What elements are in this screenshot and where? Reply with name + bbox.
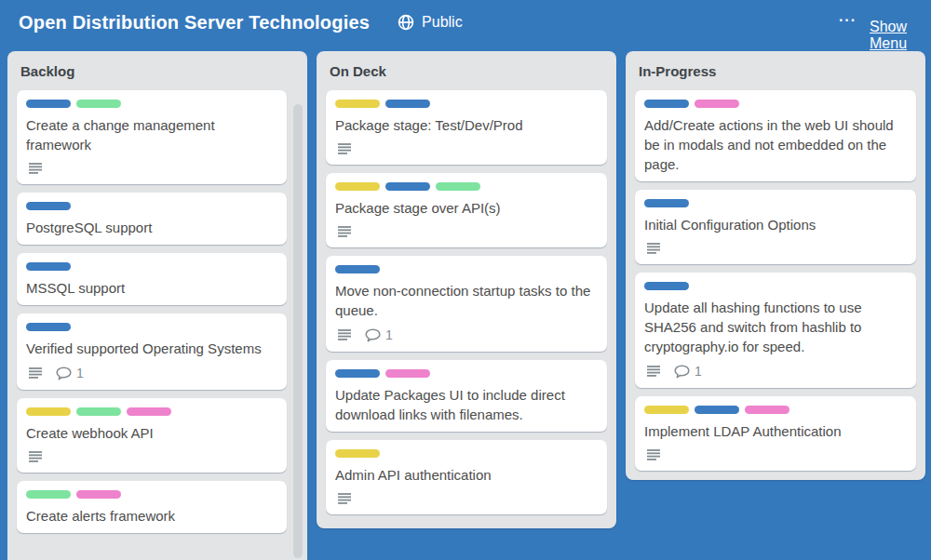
comment-count: 1 — [695, 364, 702, 379]
list-title-in-progress[interactable]: In-Progress — [639, 63, 716, 79]
card-label-pink — [127, 407, 171, 416]
card-title: Admin API authentication — [335, 465, 598, 485]
card-label-yellow — [335, 182, 380, 191]
card-labels — [26, 202, 277, 210]
card-label-pink — [695, 100, 739, 108]
card-label-blue — [385, 100, 430, 108]
card[interactable]: Admin API authentication — [326, 440, 607, 514]
card-labels — [26, 490, 277, 499]
comment-icon — [674, 365, 690, 379]
card-labels — [644, 100, 907, 108]
card[interactable]: Add/Create actions in the web UI should … — [635, 90, 916, 181]
card-badges — [646, 448, 907, 461]
card-labels — [644, 282, 907, 290]
list-title-backlog[interactable]: Backlog — [20, 63, 74, 79]
card-label-blue — [385, 182, 430, 191]
card-label-blue — [644, 199, 689, 207]
card[interactable]: PostgreSQL support — [17, 193, 287, 245]
description-icon — [337, 142, 352, 155]
card-label-blue — [335, 265, 380, 273]
card-label-green — [436, 182, 480, 191]
card-badges: 1 — [646, 364, 907, 379]
card[interactable]: Create alerts framework — [17, 481, 287, 533]
card[interactable]: Package stage over API(s) — [326, 173, 607, 247]
card-container-on-deck: Package stage: Test/Dev/Prod Package sta… — [317, 88, 616, 532]
description-icon — [646, 365, 661, 378]
card-badges — [337, 142, 598, 155]
board-visibility-label: Public — [422, 14, 463, 31]
card-label-pink — [385, 369, 430, 378]
card-label-blue — [644, 282, 689, 290]
card-title: Package stage: Test/Dev/Prod — [335, 115, 598, 135]
card[interactable]: Create webhook API — [17, 398, 287, 473]
card-badges — [28, 450, 277, 463]
list-in-progress: In-Progress Add/Create actions in the we… — [626, 51, 925, 480]
card-title: Create a change management framework — [26, 115, 277, 154]
card[interactable]: Update all hashing functions to use SHA2… — [635, 273, 916, 388]
card-title: Create alerts framework — [26, 506, 277, 526]
board-header: Open Distribution Server Technologies Pu… — [0, 0, 931, 45]
comment-badge: 1 — [365, 327, 393, 342]
card-title: Package stage over API(s) — [335, 198, 598, 218]
card-title: Update all hashing functions to use SHA2… — [644, 298, 907, 356]
card-label-green — [76, 407, 121, 416]
card-label-blue — [335, 369, 380, 378]
card-label-blue — [26, 202, 71, 210]
card-title: Initial Configuration Options — [644, 215, 907, 234]
card-labels — [26, 100, 277, 108]
card-title: Verified supported Operating Systems — [26, 339, 277, 358]
card-labels — [26, 323, 277, 331]
card[interactable]: Package stage: Test/Dev/Prod — [326, 90, 607, 165]
show-menu-button[interactable]: ··· Show Menu — [839, 14, 914, 31]
card-badges — [28, 162, 277, 175]
ellipsis-icon: ··· — [839, 12, 857, 29]
card[interactable]: Move non-connection startup tasks to the… — [326, 256, 607, 352]
comment-count: 1 — [76, 366, 84, 380]
list-title-on-deck[interactable]: On Deck — [330, 63, 386, 79]
card-labels — [26, 407, 277, 416]
card[interactable]: MSSQL support — [17, 253, 287, 305]
list-on-deck: On Deck Package stage: Test/Dev/Prod Pac… — [317, 51, 616, 528]
comment-badge: 1 — [674, 364, 702, 379]
card-badges: 1 — [28, 366, 277, 380]
comment-count: 1 — [385, 327, 393, 342]
card-title: MSSQL support — [26, 278, 277, 298]
card[interactable]: Initial Configuration Options — [635, 190, 916, 264]
list-header: On Deck — [317, 51, 616, 88]
card[interactable]: Verified supported Operating Systems 1 — [17, 313, 287, 390]
card-labels — [644, 406, 907, 414]
card-labels — [335, 265, 598, 273]
card-container-backlog: Create a change management framework Pos… — [7, 88, 307, 551]
card-label-blue — [26, 100, 71, 108]
card-label-yellow — [335, 449, 380, 458]
card-labels — [335, 100, 598, 108]
list-header: In-Progress — [626, 51, 925, 88]
description-icon — [337, 225, 352, 238]
comment-icon — [56, 367, 72, 380]
description-icon — [28, 367, 43, 380]
card-title: Update Packages UI to include direct dow… — [335, 385, 598, 424]
card-badges: 1 — [337, 327, 598, 342]
card-label-green — [76, 100, 121, 108]
description-icon — [646, 242, 661, 255]
card[interactable]: Create a change management framework — [17, 90, 287, 184]
card-badges — [337, 225, 598, 238]
description-icon — [337, 328, 352, 341]
card-title: Implement LDAP Authentication — [644, 421, 907, 441]
comment-icon — [365, 328, 381, 342]
description-icon — [28, 450, 43, 463]
card-title: PostgreSQL support — [26, 218, 277, 237]
card-labels — [335, 369, 598, 378]
card-label-blue — [644, 100, 689, 108]
card[interactable]: Implement LDAP Authentication — [635, 396, 916, 471]
card-title: Create webhook API — [26, 423, 277, 443]
list-scrollbar[interactable] — [293, 104, 303, 558]
card-labels — [335, 449, 598, 458]
card-label-yellow — [644, 406, 689, 414]
card-container-in-progress: Add/Create actions in the web UI should … — [626, 88, 925, 488]
board-visibility-button[interactable]: Public — [398, 14, 463, 31]
show-menu-label: Show Menu — [870, 19, 914, 27]
card-labels — [335, 182, 598, 191]
board-title[interactable]: Open Distribution Server Technologies — [19, 12, 370, 33]
card[interactable]: Update Packages UI to include direct dow… — [326, 360, 607, 432]
